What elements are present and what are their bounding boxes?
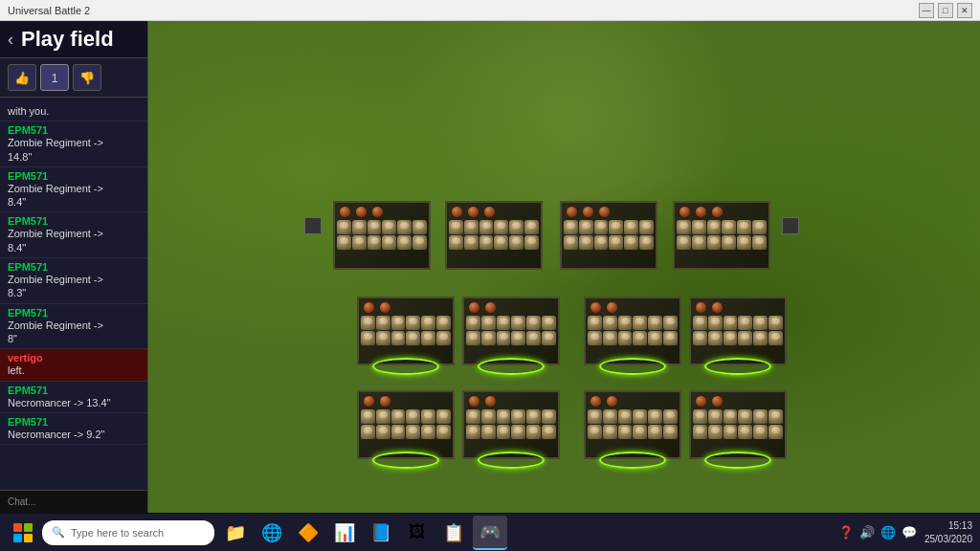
unit-block-r3-3[interactable]: [584, 390, 681, 459]
taskbar-app-orange[interactable]: 🔶: [291, 516, 325, 550]
zombie: [594, 220, 609, 234]
unit-block-r2-1[interactable]: [357, 297, 455, 365]
msg-2: EPM571 Zombie Regiment ->8.4": [0, 212, 147, 258]
zombie: [603, 316, 617, 330]
zombie: [603, 409, 617, 424]
minimize-button[interactable]: —: [919, 3, 934, 18]
zombie: [692, 235, 706, 250]
msg-1: EPM571 Zombie Regiment ->8.4": [0, 167, 147, 213]
taskbar-app-game[interactable]: 🎮: [473, 516, 507, 550]
thumbs-down-button[interactable]: 👎: [73, 64, 101, 91]
zombie: [693, 316, 707, 330]
taskbar-app-photos[interactable]: 🖼: [400, 516, 434, 550]
unit-block-r3-4[interactable]: [689, 390, 787, 459]
zombie: [609, 220, 623, 234]
system-tray: ❓ 🔊 🌐 💬: [838, 525, 917, 540]
msg-0: EPM571 Zombie Regiment ->14.8": [0, 121, 147, 167]
network-icon[interactable]: 🌐: [880, 525, 896, 540]
speaker-icon[interactable]: 🔊: [859, 525, 875, 540]
barrel: [679, 206, 691, 218]
zombie: [542, 316, 556, 330]
close-button[interactable]: ✕: [957, 3, 972, 18]
game-field[interactable]: [148, 21, 980, 513]
zombie: [633, 331, 647, 345]
zombie: [724, 331, 738, 345]
unit-block-r3-2[interactable]: [462, 390, 560, 459]
clock-time: 15:13: [924, 519, 972, 533]
start-button[interactable]: [8, 518, 38, 548]
marker-unit-right[interactable]: [782, 217, 799, 234]
zombie: [421, 331, 435, 345]
zombie: [436, 425, 451, 439]
zombie: [724, 425, 738, 439]
taskbar-app-browser[interactable]: 🌐: [255, 516, 289, 550]
unit-block-r2-3[interactable]: [584, 297, 681, 365]
barrel: [582, 206, 594, 218]
zombie: [412, 235, 427, 250]
main-area: ‹ Play field 👍 1 👎 with you. EPM571 Zomb…: [0, 21, 980, 513]
zombie: [391, 331, 406, 345]
barrel: [339, 206, 351, 218]
zombie: [526, 425, 541, 439]
unit-block-r1-1[interactable]: [333, 201, 431, 270]
zombie: [722, 235, 736, 250]
barrel: [711, 206, 724, 218]
back-button[interactable]: ‹: [8, 30, 13, 50]
zombie: [421, 316, 435, 330]
maximize-button[interactable]: □: [938, 3, 953, 18]
unit-block-r1-2[interactable]: [445, 201, 543, 270]
win-logo-blue: [13, 534, 22, 542]
unit-block-r2-4[interactable]: [689, 297, 787, 365]
app-title: Universal Battle 2: [8, 5, 90, 16]
notification-icon[interactable]: 💬: [902, 525, 917, 540]
barrel: [468, 395, 480, 408]
taskbar-app-word[interactable]: 📘: [364, 516, 398, 550]
zombie: [509, 235, 523, 250]
zombie: [526, 316, 541, 330]
taskbar-app-excel[interactable]: 📊: [327, 516, 362, 550]
count-button[interactable]: 1: [40, 64, 69, 91]
zombie: [768, 409, 783, 424]
question-icon[interactable]: ❓: [838, 525, 854, 540]
zombie: [633, 409, 647, 424]
chat-input[interactable]: Chat...: [0, 490, 147, 513]
zombie: [663, 316, 678, 330]
zombie: [564, 235, 578, 250]
zombie: [479, 235, 494, 250]
unit-block-r1-4[interactable]: [673, 201, 770, 270]
zombie: [737, 235, 751, 250]
zombie: [466, 331, 480, 345]
zombie: [449, 235, 463, 250]
zombie: [588, 316, 602, 330]
barrel: [598, 206, 611, 218]
marker-unit-left[interactable]: [304, 217, 322, 234]
zombie: [337, 235, 351, 250]
unit-block-r3-1[interactable]: [357, 390, 455, 459]
zombie: [768, 331, 783, 345]
zombie: [361, 316, 375, 330]
thumbs-up-button[interactable]: 👍: [8, 64, 36, 91]
zombie: [579, 235, 593, 250]
win-logo-green: [24, 523, 33, 532]
zombie: [337, 220, 351, 234]
taskbar-app-clipboard[interactable]: 📋: [436, 516, 471, 550]
taskbar-right: ❓ 🔊 🌐 💬 15:13 25/03/2020: [838, 519, 972, 546]
zombie: [391, 425, 406, 439]
barrel: [371, 206, 384, 218]
unit-block-r2-2[interactable]: [462, 297, 560, 365]
unit-block-r1-3[interactable]: [560, 201, 657, 270]
search-bar[interactable]: 🔍 Type here to search: [42, 520, 214, 545]
taskbar-app-files[interactable]: 📁: [218, 516, 253, 550]
zombie: [376, 409, 390, 424]
system-clock[interactable]: 15:13 25/03/2020: [924, 519, 972, 546]
clock-date: 25/03/2020: [924, 533, 972, 546]
zombie: [693, 409, 707, 424]
barrel: [467, 206, 479, 218]
zombie: [677, 235, 691, 250]
zombie: [579, 220, 593, 234]
zombie: [464, 220, 479, 234]
barrel: [590, 301, 602, 314]
msg-6: EPM571 Necromancer -> 13.4": [0, 382, 147, 413]
zombie: [542, 409, 556, 424]
search-placeholder: Type here to search: [71, 527, 164, 539]
